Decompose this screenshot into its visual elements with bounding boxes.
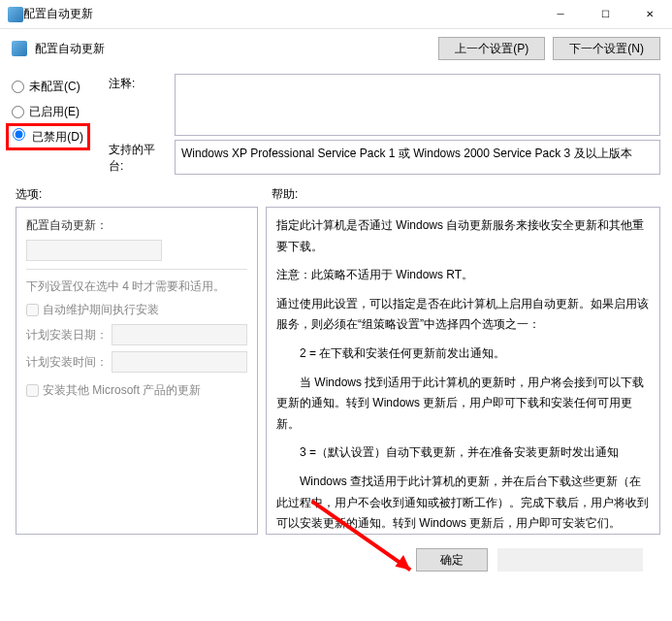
help-p6: 3 =（默认设置）自动下载更新，并在准备安装更新时发出通知 <box>276 442 650 464</box>
help-p2: 注意：此策略不适用于 Windows RT。 <box>276 265 650 286</box>
label-enabled: 已启用(E) <box>29 104 80 120</box>
radio-not-configured[interactable] <box>12 81 24 93</box>
policy-icon <box>8 7 23 22</box>
help-label: 帮助: <box>272 186 298 203</box>
titlebar: 配置自动更新 ─ ☐ ✕ <box>0 0 672 29</box>
header-row: 配置自动更新 上一个设置(P) 下一个设置(N) <box>0 29 672 68</box>
policy-subtitle: 配置自动更新 <box>35 41 431 57</box>
radio-disabled[interactable] <box>13 128 25 141</box>
sched-time-label: 计划安装时间： <box>26 354 108 371</box>
window-title: 配置自动更新 <box>23 6 538 22</box>
comment-textarea[interactable] <box>175 74 660 136</box>
comment-label: 注释: <box>109 74 169 136</box>
help-p5: 当 Windows 找到适用于此计算机的更新时，用户将会接到可以下载更新的通知。… <box>276 373 650 436</box>
highlight-disabled: 已禁用(D) <box>6 123 90 150</box>
chk-maintenance-label: 自动维护期间执行安装 <box>43 302 159 318</box>
next-setting-button[interactable]: 下一个设置(N) <box>553 37 660 60</box>
supported-platforms: Windows XP Professional Service Pack 1 或… <box>175 140 660 175</box>
chk-other-products[interactable] <box>26 384 39 397</box>
minimize-button[interactable]: ─ <box>538 0 583 28</box>
help-panel: 指定此计算机是否通过 Windows 自动更新服务来接收安全更新和其他重要下载。… <box>266 207 660 535</box>
label-not-configured: 未配置(C) <box>29 79 80 95</box>
opt-note: 下列设置仅在选中 4 时才需要和适用。 <box>26 278 247 296</box>
sched-date-label: 计划安装日期： <box>26 327 108 343</box>
policy-icon <box>12 41 27 56</box>
chk-maintenance[interactable] <box>26 304 39 316</box>
window-controls: ─ ☐ ✕ <box>538 0 672 28</box>
svg-marker-1 <box>396 554 415 572</box>
opt-title: 配置自动更新： <box>26 217 247 234</box>
help-p3: 通过使用此设置，可以指定是否在此计算机上启用自动更新。如果启用该服务，则必须在“… <box>276 294 650 336</box>
options-label: 选项: <box>16 186 272 203</box>
help-p1: 指定此计算机是否通过 Windows 自动更新服务来接收安全更新和其他重要下载。 <box>276 215 650 257</box>
chk-other-products-label: 安装其他 Microsoft 产品的更新 <box>43 382 201 399</box>
label-disabled: 已禁用(D) <box>32 130 83 144</box>
sched-date-select[interactable] <box>112 324 247 345</box>
sched-time-select[interactable] <box>112 351 247 373</box>
config-update-select[interactable] <box>26 240 162 261</box>
obscured-buttons <box>497 548 643 572</box>
maximize-button[interactable]: ☐ <box>583 0 627 28</box>
help-p4: 2 = 在下载和安装任何更新前发出通知。 <box>276 343 650 365</box>
footer: 确定 <box>0 544 672 572</box>
platform-label: 支持的平台: <box>109 140 169 175</box>
state-radio-group: 未配置(C) 已启用(E) 已禁用(D) <box>12 74 109 175</box>
previous-setting-button[interactable]: 上一个设置(P) <box>438 37 545 60</box>
options-panel: 配置自动更新： 下列设置仅在选中 4 时才需要和适用。 自动维护期间执行安装 计… <box>16 207 258 535</box>
radio-enabled[interactable] <box>12 106 24 118</box>
close-button[interactable]: ✕ <box>627 0 672 28</box>
